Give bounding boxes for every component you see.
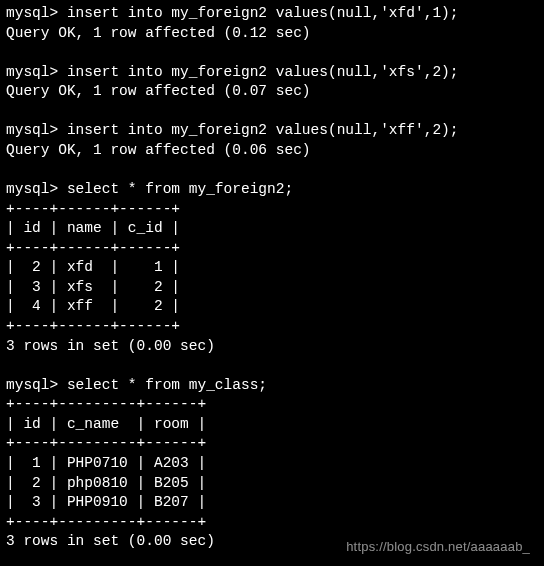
table-row: | 3 | PHP0910 | B207 | [6,494,206,510]
table-border: +----+---------+------+ [6,514,206,530]
query-footer: 3 rows in set (0.00 sec) [6,338,215,354]
table-header: | id | c_name | room | [6,416,206,432]
table-row: | 1 | PHP0710 | A203 | [6,455,206,471]
sql-command: select * from my_foreign2; [67,181,293,197]
sql-command: insert into my_foreign2 values(null,'xfd… [67,5,459,21]
prompt: mysql> [6,181,58,197]
query-result: Query OK, 1 row affected (0.12 sec) [6,25,311,41]
query-footer: 3 rows in set (0.00 sec) [6,533,215,549]
prompt: mysql> [6,122,58,138]
table-border: +----+------+------+ [6,240,180,256]
table-row: | 4 | xff | 2 | [6,298,180,314]
query-result: Query OK, 1 row affected (0.06 sec) [6,142,311,158]
table-row: | 2 | xfd | 1 | [6,259,180,275]
sql-command: select * from my_class; [67,377,267,393]
table-row: | 3 | xfs | 2 | [6,279,180,295]
sql-command: insert into my_foreign2 values(null,'xfs… [67,64,459,80]
table-header: | id | name | c_id | [6,220,180,236]
table-border: +----+------+------+ [6,201,180,217]
table-border: +----+---------+------+ [6,396,206,412]
table-border: +----+------+------+ [6,318,180,334]
sql-command: insert into my_foreign2 values(null,'xff… [67,122,459,138]
query-result: Query OK, 1 row affected (0.07 sec) [6,83,311,99]
prompt: mysql> [6,377,58,393]
watermark-text: https://blog.csdn.net/aaaaaab_ [346,538,530,556]
prompt: mysql> [6,5,58,21]
terminal-output: mysql> insert into my_foreign2 values(nu… [0,0,544,556]
table-row: | 2 | php0810 | B205 | [6,475,206,491]
table-border: +----+---------+------+ [6,435,206,451]
prompt: mysql> [6,64,58,80]
